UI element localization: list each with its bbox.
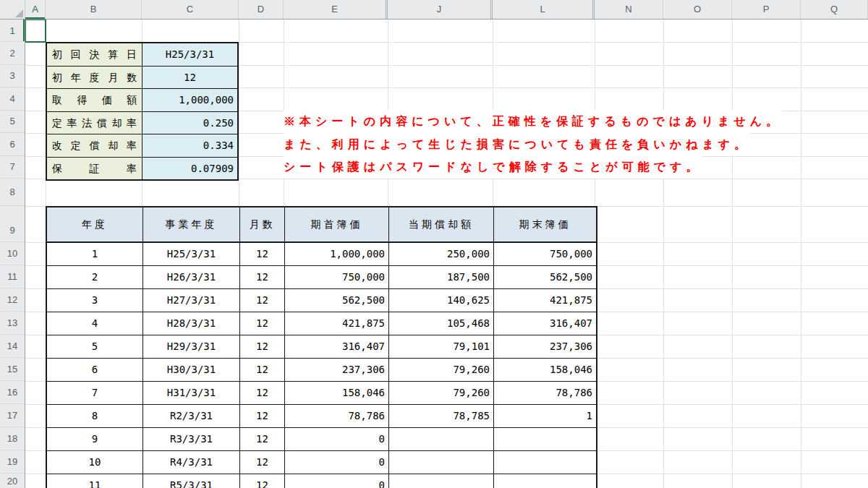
- schedule-cell[interactable]: 187,500: [389, 266, 494, 288]
- schedule-cell[interactable]: 421,875: [285, 312, 389, 335]
- select-all-button[interactable]: [0, 0, 25, 19]
- schedule-header-cell[interactable]: 年度: [47, 207, 143, 241]
- disclaimer-line[interactable]: また、利用によって生じた損害についても責任を負いかねます。: [284, 133, 750, 156]
- schedule-cell[interactable]: 158,046: [494, 359, 596, 381]
- schedule-cell[interactable]: 12: [240, 451, 285, 474]
- row-header-19[interactable]: 19: [0, 450, 25, 474]
- schedule-cell[interactable]: 1: [494, 405, 596, 427]
- schedule-cell[interactable]: H31/3/31: [143, 382, 240, 404]
- config-label-cell[interactable]: 初年度月数: [47, 67, 142, 89]
- schedule-header-cell[interactable]: 当期償却額: [389, 207, 494, 241]
- row-header-4[interactable]: 4: [0, 87, 25, 111]
- schedule-cell[interactable]: [494, 451, 596, 474]
- schedule-cell[interactable]: 10: [47, 451, 143, 474]
- config-label-cell[interactable]: 保証率: [47, 158, 142, 180]
- schedule-cell[interactable]: 12: [240, 289, 285, 312]
- disclaimer-line[interactable]: ※本シートの内容について、正確性を保証するものではありません。: [284, 110, 782, 133]
- schedule-header-cell[interactable]: 期末簿価: [494, 207, 596, 241]
- schedule-cell[interactable]: H25/3/31: [143, 243, 240, 265]
- schedule-cell[interactable]: 0: [285, 451, 389, 474]
- config-label-cell[interactable]: 定率法償却率: [47, 112, 142, 134]
- row-header-18[interactable]: 18: [0, 427, 25, 450]
- row-header-9[interactable]: 9: [0, 206, 25, 242]
- row-header-17[interactable]: 17: [0, 404, 25, 427]
- schedule-cell[interactable]: 1,000,000: [285, 243, 389, 265]
- schedule-cell[interactable]: 562,500: [285, 289, 389, 312]
- schedule-cell[interactable]: R5/3/31: [143, 474, 240, 488]
- column-header-P[interactable]: P: [732, 0, 801, 19]
- schedule-cell[interactable]: [389, 428, 494, 450]
- schedule-cell[interactable]: [389, 451, 494, 474]
- schedule-cell[interactable]: 9: [47, 428, 143, 450]
- schedule-cell[interactable]: [494, 474, 596, 488]
- config-value-cell[interactable]: 0.07909: [142, 158, 237, 180]
- schedule-cell[interactable]: 12: [240, 359, 285, 381]
- schedule-cell[interactable]: 12: [240, 405, 285, 427]
- row-header-10[interactable]: 10: [0, 242, 25, 265]
- row-header-14[interactable]: 14: [0, 335, 25, 358]
- schedule-cell[interactable]: H29/3/31: [143, 335, 240, 358]
- schedule-cell[interactable]: 5: [47, 335, 143, 358]
- column-header-L[interactable]: L: [493, 0, 595, 19]
- schedule-header-cell[interactable]: 事業年度: [143, 207, 240, 241]
- row-header-16[interactable]: 16: [0, 381, 25, 404]
- config-value-cell[interactable]: 1,000,000: [142, 89, 237, 111]
- column-header-J[interactable]: J: [388, 0, 493, 19]
- sheet-grid[interactable]: 初回決算日H25/3/31初年度月数12取得価額1,000,000定率法償却率0…: [25, 20, 868, 488]
- schedule-cell[interactable]: [494, 428, 596, 450]
- schedule-header-cell[interactable]: 期首簿価: [285, 207, 389, 241]
- schedule-cell[interactable]: 750,000: [285, 266, 389, 288]
- schedule-cell[interactable]: 12: [240, 312, 285, 335]
- schedule-cell[interactable]: 158,046: [285, 382, 389, 404]
- config-value-cell[interactable]: 0.334: [142, 134, 237, 157]
- schedule-cell[interactable]: 11: [47, 474, 143, 488]
- schedule-cell[interactable]: 78,785: [389, 405, 494, 427]
- row-header-5[interactable]: 5: [0, 111, 25, 134]
- column-header-C[interactable]: C: [142, 0, 239, 19]
- schedule-cell[interactable]: 79,101: [389, 335, 494, 358]
- schedule-cell[interactable]: 421,875: [494, 289, 596, 312]
- column-header-N[interactable]: N: [595, 0, 663, 19]
- schedule-cell[interactable]: H27/3/31: [143, 289, 240, 312]
- column-header-E[interactable]: E: [284, 0, 388, 19]
- schedule-cell[interactable]: 0: [285, 428, 389, 450]
- config-label-cell[interactable]: 初回決算日: [47, 43, 142, 66]
- config-value-cell[interactable]: H25/3/31: [142, 43, 237, 66]
- schedule-cell[interactable]: 140,625: [389, 289, 494, 312]
- schedule-cell[interactable]: 12: [240, 243, 285, 265]
- schedule-cell[interactable]: 12: [240, 428, 285, 450]
- column-header-B[interactable]: B: [46, 0, 142, 19]
- row-header-12[interactable]: 12: [0, 288, 25, 312]
- schedule-cell[interactable]: 316,407: [285, 335, 389, 358]
- row-header-2[interactable]: 2: [0, 42, 25, 65]
- row-header-13[interactable]: 13: [0, 312, 25, 335]
- schedule-header-cell[interactable]: 月数: [240, 207, 285, 241]
- config-label-cell[interactable]: 改定償却率: [47, 134, 142, 157]
- row-header-1[interactable]: 1: [0, 20, 25, 42]
- column-header-D[interactable]: D: [239, 0, 284, 19]
- row-header-3[interactable]: 3: [0, 65, 25, 88]
- schedule-cell[interactable]: 12: [240, 266, 285, 288]
- schedule-cell[interactable]: 237,306: [494, 335, 596, 358]
- schedule-cell[interactable]: H26/3/31: [143, 266, 240, 288]
- schedule-cell[interactable]: 237,306: [285, 359, 389, 381]
- row-header-8[interactable]: 8: [0, 179, 25, 206]
- schedule-cell[interactable]: R2/3/31: [143, 405, 240, 427]
- schedule-cell[interactable]: 2: [47, 266, 143, 288]
- schedule-cell[interactable]: 316,407: [494, 312, 596, 335]
- schedule-cell[interactable]: 562,500: [494, 266, 596, 288]
- schedule-cell[interactable]: R3/3/31: [143, 428, 240, 450]
- config-value-cell[interactable]: 12: [142, 67, 237, 89]
- schedule-cell[interactable]: 7: [47, 382, 143, 404]
- schedule-cell[interactable]: R4/3/31: [143, 451, 240, 474]
- row-header-7[interactable]: 7: [0, 156, 25, 179]
- config-label-cell[interactable]: 取得価額: [47, 89, 142, 111]
- schedule-cell[interactable]: H28/3/31: [143, 312, 240, 335]
- schedule-cell[interactable]: 750,000: [494, 243, 596, 265]
- schedule-cell[interactable]: H30/3/31: [143, 359, 240, 381]
- schedule-cell[interactable]: 78,786: [494, 382, 596, 404]
- schedule-cell[interactable]: 79,260: [389, 359, 494, 381]
- schedule-cell[interactable]: 250,000: [389, 243, 494, 265]
- row-header-6[interactable]: 6: [0, 133, 25, 156]
- schedule-cell[interactable]: 12: [240, 382, 285, 404]
